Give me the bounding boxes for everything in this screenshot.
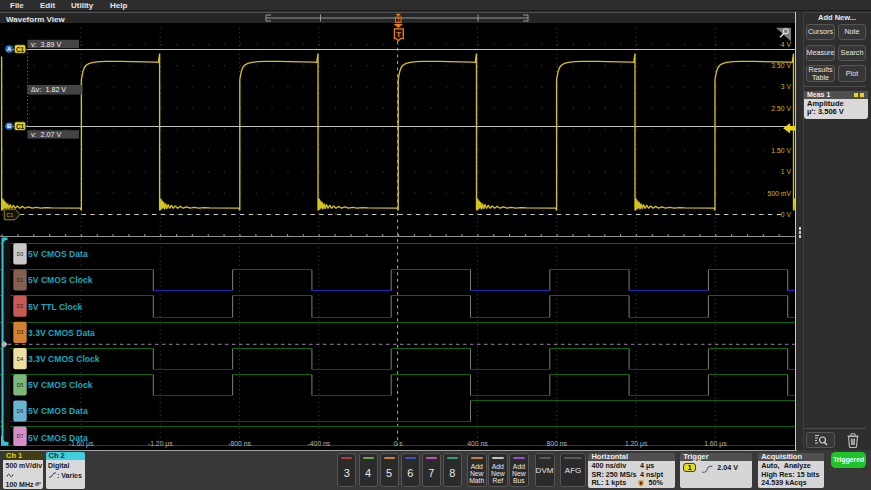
svg-text:-1.20 μs: -1.20 μs (148, 440, 173, 448)
svg-text:B: B (7, 123, 11, 129)
svg-text:400 ns: 400 ns (467, 440, 488, 447)
svg-text:D6: D6 (17, 408, 24, 414)
svg-text:D5: D5 (17, 382, 24, 388)
svg-text:1.50 V: 1.50 V (771, 147, 791, 154)
svg-text:3 V: 3 V (781, 83, 792, 90)
svg-text:-400 ns: -400 ns (308, 440, 331, 447)
svg-text:1 V: 1 V (781, 168, 792, 175)
svg-text:5V TTL Clock: 5V TTL Clock (28, 302, 83, 312)
svg-text:-800 ns: -800 ns (228, 440, 251, 447)
svg-text:4 V: 4 V (781, 41, 792, 48)
svg-text:D7: D7 (17, 433, 24, 439)
svg-text:3.50 V: 3.50 V (771, 62, 791, 69)
svg-text:D1: D1 (17, 277, 24, 283)
svg-text:500 mV: 500 mV (768, 190, 792, 197)
svg-text:800 ns: 800 ns (547, 440, 568, 447)
svg-text:D3: D3 (17, 329, 24, 335)
svg-text:5V CMOS Data: 5V CMOS Data (28, 433, 88, 443)
svg-text:v: 3.89 V: v: 3.89 V (31, 40, 62, 49)
svg-text:1.20 μs: 1.20 μs (625, 440, 648, 448)
svg-text:T: T (396, 30, 401, 39)
svg-text:C1: C1 (6, 212, 13, 218)
svg-text:3.3V CMOS Clock: 3.3V CMOS Clock (28, 354, 100, 364)
svg-text:D2: D2 (17, 303, 24, 309)
svg-text:0 s: 0 s (394, 440, 404, 447)
svg-text:5V CMOS Clock: 5V CMOS Clock (28, 380, 93, 390)
svg-text:5V CMOS Data: 5V CMOS Data (28, 249, 88, 259)
svg-text:3.3V CMOS Data: 3.3V CMOS Data (28, 328, 95, 338)
svg-text:C1: C1 (16, 123, 25, 130)
svg-text:C1: C1 (16, 46, 25, 53)
svg-text:D4: D4 (17, 356, 24, 362)
svg-text:D0: D0 (17, 251, 24, 257)
svg-text:5V CMOS Data: 5V CMOS Data (28, 406, 88, 416)
svg-text:0 V: 0 V (781, 211, 792, 218)
svg-text:Δv: 1.82 V: Δv: 1.82 V (31, 85, 66, 94)
svg-text:2.50 V: 2.50 V (771, 105, 791, 112)
svg-text:5V CMOS Clock: 5V CMOS Clock (28, 275, 93, 285)
svg-text:v: 2.07 V: v: 2.07 V (31, 130, 62, 139)
svg-text:1.60 μs: 1.60 μs (704, 440, 727, 448)
svg-text:T: T (397, 17, 400, 23)
